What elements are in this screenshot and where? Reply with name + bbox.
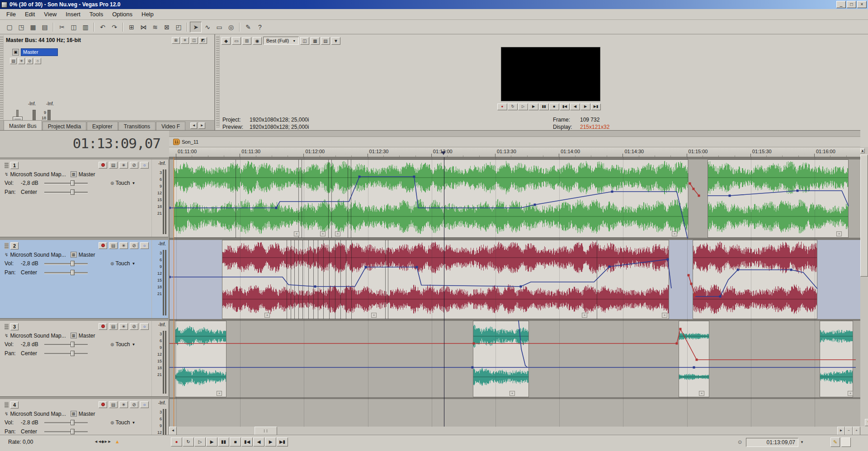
envelope-point[interactable] bbox=[690, 283, 693, 285]
play-from-start-button[interactable]: ▷ bbox=[194, 437, 206, 446]
track-number[interactable]: 1 bbox=[10, 162, 19, 169]
pan-value[interactable]: Center bbox=[21, 428, 44, 435]
envelope-point[interactable] bbox=[679, 328, 682, 330]
rate-scrub-control[interactable]: ◄◄◆►► bbox=[94, 439, 111, 444]
close-button[interactable]: × bbox=[857, 1, 867, 8]
grid-overlay-icon[interactable]: ▦ bbox=[311, 37, 320, 45]
automation-dropdown-icon[interactable]: ▼ bbox=[132, 262, 135, 266]
device-name[interactable]: Microsoft Sound Map... bbox=[10, 333, 66, 339]
preview-quality-dropdown[interactable]: Best (Full)▼ bbox=[263, 37, 299, 45]
pan-value[interactable]: Center bbox=[21, 189, 44, 195]
envelope-point[interactable] bbox=[719, 296, 722, 298]
normal-edit-tool-icon[interactable]: ➤ bbox=[190, 22, 202, 33]
undo-icon[interactable]: ↶ bbox=[97, 22, 108, 33]
pan-value[interactable]: Center bbox=[21, 350, 44, 357]
envelope-point[interactable] bbox=[413, 176, 415, 178]
pause-button[interactable]: ▮▮ bbox=[218, 437, 229, 446]
bus-automation-icon[interactable]: ▤ bbox=[10, 58, 17, 64]
event-icon[interactable]: + bbox=[509, 391, 515, 396]
marker-pen-icon[interactable]: ✎ bbox=[830, 437, 840, 447]
solo-button[interactable]: ○ bbox=[140, 242, 149, 249]
envelope-point[interactable] bbox=[609, 266, 611, 268]
track-number[interactable]: 2 bbox=[10, 242, 19, 249]
track-fx-button[interactable]: ✳ bbox=[119, 242, 128, 249]
envelope-point[interactable] bbox=[693, 366, 695, 369]
tab-video-f[interactable]: Video F bbox=[156, 122, 185, 130]
vol-value[interactable]: -2,8 dB bbox=[21, 260, 44, 267]
preview-record-button[interactable]: ● bbox=[497, 103, 507, 110]
solo-button[interactable]: ○ bbox=[140, 323, 149, 330]
menu-insert[interactable]: Insert bbox=[61, 9, 85, 19]
volume-slider[interactable] bbox=[44, 342, 88, 347]
menu-tools[interactable]: Tools bbox=[85, 9, 108, 19]
track-drag-handle[interactable] bbox=[5, 243, 9, 249]
track-drag-handle[interactable] bbox=[5, 162, 9, 169]
automation-mode[interactable]: Touch bbox=[115, 341, 130, 348]
marker-number[interactable]: 11 bbox=[173, 139, 180, 145]
pan-slider-thumb[interactable] bbox=[71, 270, 75, 275]
pan-slider[interactable] bbox=[44, 189, 88, 195]
status-timecode[interactable]: 01:13:09,07 bbox=[746, 438, 798, 447]
bus-routing-icon[interactable]: ▥ bbox=[71, 411, 77, 417]
envelope-point[interactable] bbox=[275, 207, 278, 209]
record-arm-button[interactable] bbox=[99, 162, 107, 169]
envelope-point[interactable] bbox=[667, 258, 669, 261]
pan-value[interactable]: Center bbox=[21, 269, 44, 276]
envelope-point[interactable] bbox=[737, 269, 739, 271]
automation-mode[interactable]: Touch bbox=[115, 180, 130, 186]
bus-name[interactable]: Master bbox=[79, 333, 95, 339]
event-icon[interactable]: + bbox=[335, 231, 340, 236]
event-icon[interactable]: + bbox=[836, 231, 842, 236]
envelope-point[interactable] bbox=[797, 190, 799, 192]
event-icon[interactable]: + bbox=[699, 391, 704, 396]
track-meter[interactable]: -Inf. 36912151821 bbox=[151, 399, 168, 435]
downmix-output-icon[interactable]: ◫ bbox=[190, 37, 198, 44]
device-name[interactable]: Microsoft Sound Map... bbox=[10, 252, 66, 258]
track-meter[interactable]: -Inf. 36912151821 bbox=[151, 240, 168, 318]
track-header-2[interactable]: 2 ▤ ✳ ⊘ ○ ↯ Microsoft Sound Map... ▥ Mas… bbox=[0, 240, 168, 319]
bus-mute-icon[interactable]: ⊘ bbox=[26, 58, 33, 64]
preview-stop-button[interactable]: ■ bbox=[549, 103, 559, 110]
copy-icon[interactable]: ◫ bbox=[68, 22, 80, 33]
envelope-edit-tool-icon[interactable]: ∿ bbox=[202, 22, 213, 33]
mute-button[interactable]: ⊘ bbox=[130, 162, 138, 169]
preview-go-to-start-button[interactable]: ▮◀ bbox=[560, 103, 570, 110]
enable-snapping-icon[interactable]: ⊞ bbox=[126, 22, 137, 33]
envelope-point[interactable] bbox=[790, 269, 793, 271]
project-properties-icon[interactable]: ▤ bbox=[39, 22, 51, 33]
bus-name[interactable]: Master bbox=[79, 171, 95, 178]
automation-settings-icon[interactable]: ⊛ bbox=[110, 261, 114, 266]
envelope-point[interactable] bbox=[473, 343, 475, 345]
automation-settings-icon[interactable]: ⊛ bbox=[110, 420, 114, 425]
envelope-point[interactable] bbox=[365, 266, 367, 268]
stop-button[interactable]: ■ bbox=[230, 437, 241, 446]
hscroll-track[interactable] bbox=[177, 427, 837, 435]
automation-settings-icon[interactable]: ⊛ bbox=[110, 342, 114, 347]
event-icon[interactable]: + bbox=[848, 391, 853, 396]
bus-routing-icon[interactable]: ▥ bbox=[71, 171, 77, 177]
status-extra-button[interactable] bbox=[841, 437, 851, 447]
video-output-settings-icon[interactable]: ⊞ bbox=[242, 37, 251, 45]
mute-button[interactable]: ⊘ bbox=[130, 242, 138, 249]
bus-name[interactable]: Master bbox=[79, 252, 95, 258]
envelope-point[interactable] bbox=[170, 207, 171, 209]
envelope-point[interactable] bbox=[314, 286, 316, 288]
zoom-in-icon[interactable]: + bbox=[853, 427, 860, 435]
mute-button[interactable]: ⊘ bbox=[130, 323, 138, 330]
volume-envelope[interactable] bbox=[708, 191, 849, 206]
volume-envelope[interactable] bbox=[170, 329, 856, 360]
menu-options[interactable]: Options bbox=[108, 9, 137, 19]
edit-cursor[interactable] bbox=[444, 157, 444, 427]
zoom-edit-tool-icon[interactable]: ◎ bbox=[225, 22, 237, 33]
track-fx-button[interactable]: ✳ bbox=[119, 401, 128, 408]
whats-this-help-icon[interactable]: ? bbox=[254, 22, 266, 33]
volume-envelope[interactable] bbox=[170, 259, 671, 288]
zoom-out-icon[interactable]: − bbox=[845, 427, 853, 435]
hscroll-thumb[interactable] bbox=[255, 427, 277, 435]
preview-play-button[interactable]: ▶ bbox=[528, 103, 538, 110]
preview-next-frame-button[interactable]: ▶ bbox=[580, 103, 590, 110]
tab-transitions[interactable]: Transitions bbox=[118, 122, 156, 130]
track-drag-handle[interactable] bbox=[5, 324, 9, 330]
envelope-point[interactable] bbox=[698, 195, 700, 197]
tab-scroll-right-icon[interactable]: ► bbox=[198, 122, 205, 129]
